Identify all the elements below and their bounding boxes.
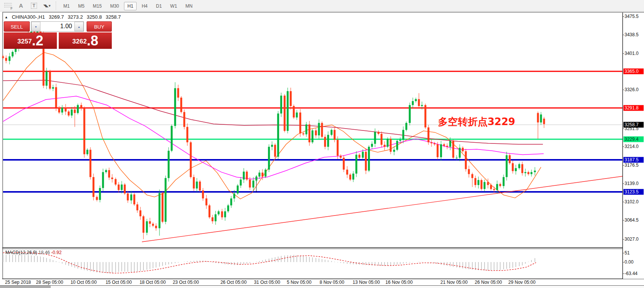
- candle: [184, 112, 185, 127]
- candle: [174, 88, 176, 126]
- price-tick: 3438.5: [625, 32, 639, 37]
- time-tick: 15 Oct 05:00: [106, 280, 132, 285]
- sell-button[interactable]: SELL: [4, 21, 30, 32]
- candle: [459, 148, 461, 158]
- time-tick: 18 Oct 05:00: [140, 280, 166, 285]
- candle: [446, 146, 448, 147]
- buy-price-button[interactable]: 3262 .8: [59, 32, 112, 49]
- candle: [543, 119, 545, 124]
- ohlc-close: 3258.7: [106, 14, 121, 20]
- candle: [5, 58, 7, 61]
- candle: [499, 184, 501, 186]
- candle: [9, 56, 11, 61]
- price-axis[interactable]: 3475.53438.53401.03326.03251.53214.03176…: [623, 13, 644, 279]
- candle: [227, 205, 229, 211]
- macd-name: MACD(12,26,9): [5, 250, 37, 255]
- time-tick: 5 Nov 05:00: [287, 280, 312, 285]
- candle: [102, 172, 104, 188]
- volume-stepper: ▾ 1.00 ▴: [31, 21, 84, 32]
- candle: [415, 99, 417, 101]
- candle: [321, 123, 323, 137]
- candle: [356, 155, 357, 174]
- volume-increase-button[interactable]: ▴: [74, 22, 84, 31]
- time-tick: 16 Nov 05:00: [385, 280, 412, 285]
- candle: [412, 101, 414, 105]
- candle: [374, 132, 376, 144]
- candle: [180, 98, 182, 112]
- candle: [465, 151, 467, 169]
- price-tick: 3064.5: [625, 217, 639, 223]
- macd-value-main: 18.46: [39, 250, 50, 255]
- candle: [134, 195, 135, 204]
- price-tick: 3139.0: [625, 181, 639, 186]
- time-tick: 25 Sep 2018: [5, 280, 31, 285]
- candle: [71, 109, 73, 116]
- candle: [522, 164, 523, 173]
- candle: [256, 177, 258, 180]
- time-axis[interactable]: 25 Sep 201828 Sep 05:0010 Oct 05:0015 Oc…: [2, 279, 644, 285]
- candle: [299, 113, 301, 134]
- macd-value-signal: -0.92: [51, 250, 61, 255]
- candle: [127, 193, 129, 200]
- time-tick: 31 Oct 05:00: [254, 280, 280, 285]
- buy-price-decimal: .8: [87, 34, 98, 47]
- price-tick: 3401.0: [625, 51, 639, 56]
- candle: [271, 145, 273, 147]
- candle: [399, 140, 401, 141]
- buy-button[interactable]: BUY: [87, 21, 112, 32]
- volume-input[interactable]: 1.00: [40, 22, 74, 31]
- candle: [284, 96, 286, 131]
- candle: [409, 105, 411, 123]
- volume-decrease-button[interactable]: ▾: [31, 22, 40, 31]
- candle: [296, 113, 298, 117]
- candle: [190, 142, 192, 177]
- candle: [215, 214, 217, 221]
- candle: [49, 71, 51, 89]
- time-tick: 21 Nov 05:00: [440, 280, 467, 285]
- candle: [327, 135, 329, 147]
- candle: [484, 182, 486, 189]
- candle: [512, 163, 514, 171]
- candle: [428, 127, 430, 142]
- time-tick: 26 Nov 05:00: [475, 280, 502, 285]
- sell-price-button[interactable]: 3257 .2: [4, 32, 57, 49]
- bottom-scroll-strip[interactable]: [0, 285, 644, 288]
- candle: [118, 185, 120, 190]
- candle: [478, 180, 480, 185]
- candle: [468, 169, 470, 174]
- candle: [253, 180, 254, 187]
- candle: [515, 168, 517, 171]
- macd-tick: 51: [625, 250, 630, 256]
- candle: [525, 172, 526, 173]
- candle: [472, 174, 473, 178]
- candle: [331, 130, 333, 135]
- one-click-trade-panel: SELL ▾ 1.00 ▴ BUY 3257 .2 3262 .8: [4, 21, 112, 49]
- candle: [481, 180, 483, 189]
- candle: [287, 91, 289, 131]
- scroll-grip[interactable]: [0, 286, 51, 288]
- candle: [324, 137, 326, 147]
- candle: [475, 178, 477, 185]
- candle: [496, 184, 498, 190]
- candle: [268, 147, 270, 170]
- candle: [334, 130, 336, 140]
- candle: [303, 134, 304, 135]
- candle: [368, 147, 370, 171]
- chart-header: ▲ CHINA300-,H1 3269.7 3273.2 3250.8 3258…: [5, 14, 121, 20]
- candle: [390, 139, 392, 152]
- collapse-icon[interactable]: ▲: [5, 15, 8, 19]
- candle: [503, 177, 505, 186]
- price-tick: 3326.0: [625, 87, 639, 92]
- time-tick: 28 Sep 05:00: [36, 280, 63, 285]
- candle: [371, 144, 373, 147]
- candle: [90, 150, 92, 177]
- candle: [171, 126, 173, 151]
- candle: [137, 204, 138, 211]
- candle: [74, 109, 76, 113]
- candle: [362, 152, 364, 158]
- price-tick: 3102.0: [625, 199, 639, 204]
- candle: [312, 130, 314, 142]
- price-line-label: 3229.4: [623, 137, 644, 142]
- candle: [196, 182, 198, 188]
- candle: [346, 170, 348, 175]
